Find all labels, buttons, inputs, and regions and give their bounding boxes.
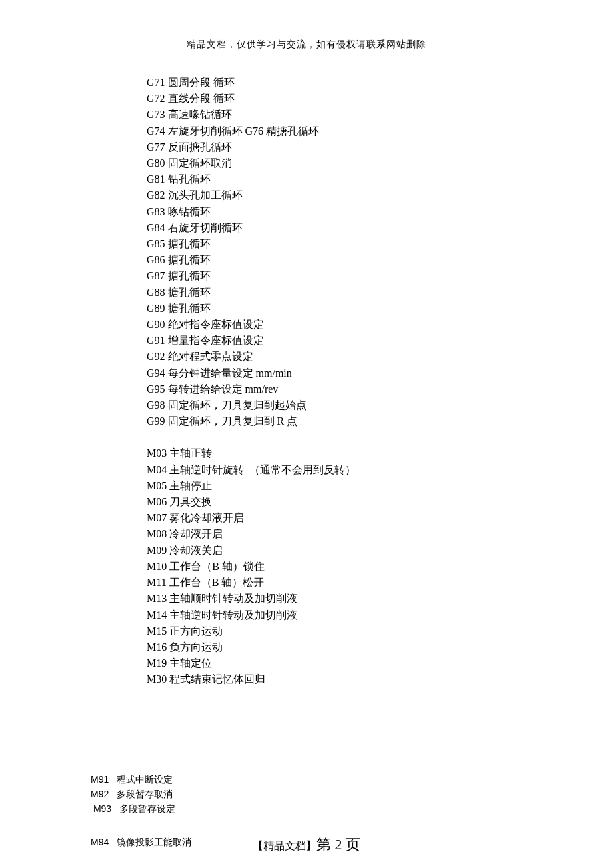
gcode-line: G90 绝对指令座标值设定 xyxy=(147,317,356,333)
mcode-line: M11 工作台（B 轴）松开 xyxy=(147,575,356,591)
mcode-line: M05 主轴停止 xyxy=(147,478,356,494)
mcode-list-2: M91 程式中断设定M92 多段暂存取消 M93 多段暂存设定 xyxy=(91,772,175,816)
mcode-line: M10 工作台（B 轴）锁住 xyxy=(147,559,356,575)
mcode-line: M07 雾化冷却液开启 xyxy=(147,510,356,526)
mcode-line: M16 负方向运动 xyxy=(147,639,356,655)
gcode-line: G82 沉头孔加工循环 xyxy=(147,187,356,203)
gcode-line: G95 每转进给给设定 mm/rev xyxy=(147,381,356,397)
gcode-line: G74 左旋牙切削循环 G76 精搪孔循环 xyxy=(147,123,356,139)
gcode-line: G88 搪孔循环 xyxy=(147,285,356,301)
gcode-line: G86 搪孔循环 xyxy=(147,252,356,268)
mcode-line: M15 正方向运动 xyxy=(147,623,356,639)
gcode-line: G73 高速喙钻循环 xyxy=(147,107,356,123)
mcode-line: M91 程式中断设定 xyxy=(91,772,175,787)
gcode-line: G71 圆周分段 循环 xyxy=(147,75,356,91)
mcode-line: M30 程式结束记忆体回归 xyxy=(147,671,356,687)
main-content: G71 圆周分段 循环G72 直线分段 循环G73 高速喙钻循环G74 左旋牙切… xyxy=(147,75,356,688)
mcode-line: M93 多段暂存设定 xyxy=(91,801,175,816)
gcode-line: G84 右旋牙切削循环 xyxy=(147,220,356,236)
mcode-line: M09 冷却液关启 xyxy=(147,543,356,559)
gcode-line: G98 固定循环，刀具复归到起始点 xyxy=(147,397,356,413)
gcode-line: G94 每分钟进给量设定 mm/min xyxy=(147,365,356,381)
gcode-line: G92 绝对程式零点设定 xyxy=(147,349,356,365)
gcode-line: G89 搪孔循环 xyxy=(147,301,356,317)
gcode-line: G85 搪孔循环 xyxy=(147,236,356,252)
gcode-list: G71 圆周分段 循环G72 直线分段 循环G73 高速喙钻循环G74 左旋牙切… xyxy=(147,75,356,429)
mcode-line: M92 多段暂存取消 xyxy=(91,787,175,801)
mcode-line: M13 主轴顺时针转动及加切削液 xyxy=(147,591,356,607)
footer-prefix: 【精品文档】 xyxy=(253,840,316,851)
mcode-line: M04 主轴逆时针旋转 （通常不会用到反转） xyxy=(147,462,356,478)
gcode-line: G99 固定循环，刀具复归到 R 点 xyxy=(147,413,356,429)
mcode-line: M14 主轴逆时针转动及加切削液 xyxy=(147,607,356,623)
doc-header: 精品文档，仅供学习与交流，如有侵权请联系网站删除 xyxy=(0,0,613,51)
mcode-line: M03 主轴正转 xyxy=(147,445,356,461)
gcode-line: G80 固定循环取消 xyxy=(147,155,356,171)
mcode-list: M03 主轴正转M04 主轴逆时针旋转 （通常不会用到反转）M05 主轴停止M0… xyxy=(147,445,356,687)
gcode-line: G87 搪孔循环 xyxy=(147,268,356,284)
gcode-line: G91 增量指令座标值设定 xyxy=(147,333,356,349)
mcode-line: M06 刀具交换 xyxy=(147,494,356,510)
mcode-line: M19 主轴定位 xyxy=(147,655,356,671)
gcode-line: G83 啄钻循环 xyxy=(147,204,356,220)
mcode-line: M08 冷却液开启 xyxy=(147,526,356,542)
gcode-line: G77 反面搪孔循环 xyxy=(147,139,356,155)
page-footer: 【精品文档】第 2 页 xyxy=(0,835,613,855)
gcode-line: G72 直线分段 循环 xyxy=(147,91,356,107)
gcode-line: G81 钻孔循环 xyxy=(147,171,356,187)
footer-page: 第 2 页 xyxy=(316,836,360,853)
